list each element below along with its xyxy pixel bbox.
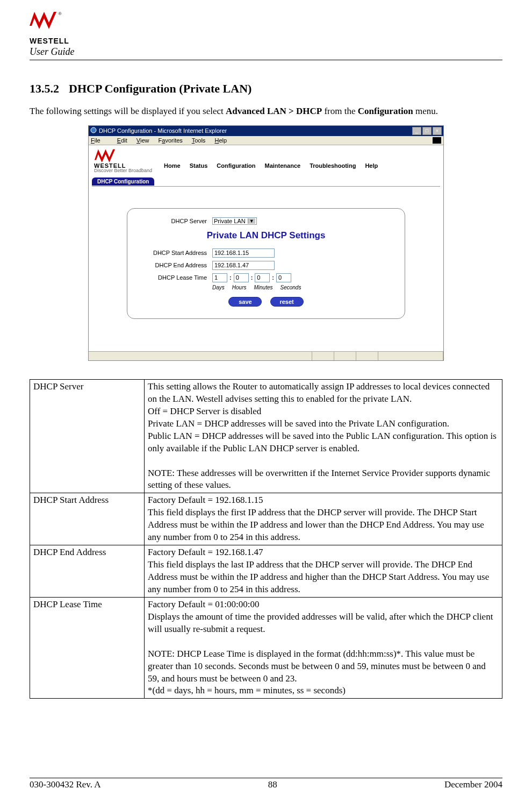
chevron-down-icon: ▼ (248, 218, 255, 224)
page-footer: 030-300432 Rev. A 88 December 2004 (30, 776, 502, 790)
nav-maintenance[interactable]: Maintenance (264, 162, 300, 169)
select-dhcp-server[interactable]: Private LAN ▼ (212, 217, 257, 225)
select-dhcp-server-value: Private LAN (214, 218, 246, 224)
ie-app-icon (90, 127, 97, 134)
footer-date: December 2004 (444, 779, 502, 790)
lease-time-units: Days Hours Minutes Seconds (137, 285, 395, 290)
brand-name: WESTELL (30, 37, 502, 45)
nav-help[interactable]: Help (365, 162, 378, 169)
ie-status-bar (89, 351, 443, 360)
ie-menu-bar: File Edit View Favorites Tools Help (89, 136, 443, 145)
window-title: DHCP Configuration - Microsoft Internet … (99, 127, 227, 134)
input-hours[interactable]: 0 (234, 273, 249, 282)
brand-logo: ® (30, 11, 502, 38)
intro-text-1: The following settings will be displayed… (30, 106, 226, 116)
footer-rule (30, 778, 502, 778)
maximize-button[interactable]: □ (422, 127, 432, 135)
panel-heading: Private LAN DHCP Settings (137, 230, 395, 241)
label-end-address: DHCP End Address (137, 262, 212, 268)
ie-title-bar: DHCP Configuration - Microsoft Internet … (89, 126, 443, 136)
label-lease-time: DHCP Lease Time (137, 274, 212, 281)
registered-mark: ® (58, 11, 62, 16)
unit-minutes: Minutes (254, 285, 272, 290)
desc-dhcp-server: This setting allows the Router to automa… (145, 379, 502, 493)
menu-view[interactable]: View (136, 137, 149, 144)
footer-doc-id: 030-300432 Rev. A (30, 779, 101, 790)
section-title-text: DHCP Configuration (Private LAN) (69, 82, 251, 95)
content-logo-icon (94, 148, 116, 162)
reset-button[interactable]: reset (270, 297, 304, 307)
ie-throbber-icon (433, 137, 441, 144)
desc-end-address: Factory Default = 192.168.1.47 This fiel… (145, 545, 502, 598)
input-days[interactable]: 1 (212, 273, 227, 282)
embedded-screenshot: DHCP Configuration - Microsoft Internet … (88, 125, 444, 361)
menu-file[interactable]: File (91, 137, 108, 144)
menu-favorites[interactable]: Favorites (159, 137, 183, 144)
desc-start-address: Factory Default = 192.168.1.15 This fiel… (145, 493, 502, 545)
section-number: 13.5.2 (30, 82, 59, 95)
guide-label: User Guide (30, 46, 502, 58)
svg-point-0 (91, 127, 96, 133)
table-row: DHCP Server This setting allows the Rout… (30, 379, 502, 493)
subtab-dhcp-configuration[interactable]: DHCP Configuration (92, 177, 154, 186)
input-seconds[interactable]: 0 (276, 273, 291, 282)
term-lease-time: DHCP Lease Time (30, 597, 145, 699)
nav-home[interactable]: Home (164, 162, 181, 169)
close-button[interactable]: × (433, 127, 442, 135)
table-row: DHCP Start Address Factory Default = 192… (30, 493, 502, 545)
table-row: DHCP Lease Time Factory Default = 01:00:… (30, 597, 502, 699)
page-header: ® WESTELL User Guide (30, 11, 502, 60)
nav-troubleshooting[interactable]: Troubleshooting (310, 162, 356, 169)
menu-tools[interactable]: Tools (192, 137, 206, 144)
intro-path: Advanced LAN > DHCP (226, 106, 322, 116)
description-table: DHCP Server This setting allows the Rout… (30, 379, 502, 699)
term-end-address: DHCP End Address (30, 545, 145, 598)
label-dhcp-server: DHCP Server (137, 218, 212, 224)
term-dhcp-server: DHCP Server (30, 379, 145, 493)
main-nav: Home Status Configuration Maintenance Tr… (159, 162, 427, 169)
westell-w-icon (30, 11, 56, 29)
save-button[interactable]: save (228, 297, 262, 307)
section-heading: 13.5.2DHCP Configuration (Private LAN) (30, 82, 502, 96)
menu-edit[interactable]: Edit (117, 137, 127, 144)
footer-page-number: 88 (268, 779, 277, 790)
section-intro: The following settings will be displayed… (30, 105, 502, 118)
intro-text-3: menu. (413, 106, 438, 116)
input-end-address[interactable]: 192.168.1.47 (212, 261, 275, 270)
unit-seconds: Seconds (281, 285, 301, 290)
settings-panel: DHCP Server Private LAN ▼ Private LAN DH… (127, 208, 405, 319)
input-minutes[interactable]: 0 (255, 273, 270, 282)
table-row: DHCP End Address Factory Default = 192.1… (30, 545, 502, 598)
term-start-address: DHCP Start Address (30, 493, 145, 545)
header-rule (30, 60, 502, 60)
unit-hours: Hours (232, 285, 247, 290)
label-start-address: DHCP Start Address (137, 250, 212, 256)
input-start-address[interactable]: 192.168.1.15 (212, 248, 275, 258)
menu-help[interactable]: Help (214, 137, 227, 144)
unit-days: Days (212, 285, 225, 290)
window-controls: _ □ × (412, 127, 442, 135)
nav-status[interactable]: Status (190, 162, 208, 169)
minimize-button[interactable]: _ (412, 127, 421, 135)
intro-menu: Configuration (358, 106, 413, 116)
desc-lease-time: Factory Default = 01:00:00:00 Displays t… (145, 597, 502, 699)
nav-configuration[interactable]: Configuration (217, 162, 255, 169)
intro-text-2: from the (322, 106, 358, 116)
